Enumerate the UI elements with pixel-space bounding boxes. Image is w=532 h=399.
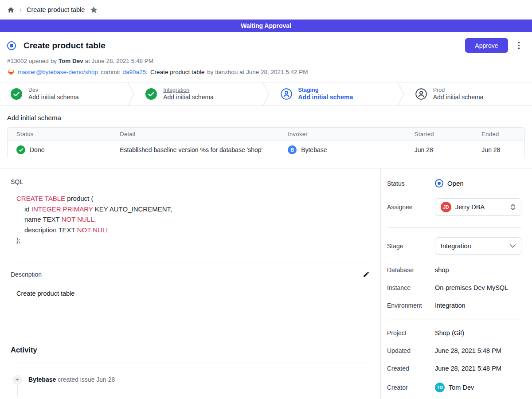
creator-value: Tom Dev [449,384,474,391]
activity-date: Jun 28 [96,376,115,383]
divider [387,320,521,320]
home-icon[interactable] [7,6,15,14]
task-section-title: Add initial schema [7,114,525,121]
check-circle-icon [145,88,157,100]
stage-prod[interactable]: Prod Add initial schema [405,82,532,105]
database-value: shop [435,266,449,274]
project-value: Shop (Git) [435,329,464,336]
stage-task-label: Add initial schema [433,94,484,101]
commit-message: Create product table [150,69,204,75]
project-label: Project [387,329,435,336]
creator-label: Creator [387,384,435,391]
issue-open-status-icon [7,41,16,50]
stage-task-label: Add initial schema [28,94,79,101]
plus-icon: + [12,375,22,384]
updated-label: Updated [387,347,435,354]
edit-pencil-icon[interactable] [363,271,370,278]
stage-env-label: Prod [433,87,484,93]
assignee-select[interactable]: JD Jerry DBA [435,198,521,216]
issue-detail-panel: SQL CREATE TABLE product (id INTEGER PRI… [0,168,380,399]
sql-label: SQL [11,178,380,185]
stage-separator-icon [262,82,270,106]
issue-meta-line: #13002 opened by Tom Dev at June 28, 202… [7,58,521,64]
stage-value: Integration [441,243,506,250]
stage-staging[interactable]: Staging Add initial schema [270,82,397,105]
column-header-detail: Detail [111,128,279,141]
divider [11,363,370,363]
issue-sidebar: Status Open Assignee JD Jerry DBA Stage … [380,168,532,399]
person-circle-icon [415,88,427,100]
created-value: June 28, 2021 5:48 PM [435,365,501,372]
task-section: Add initial schema Status Detail Invoker… [0,106,532,168]
assignee-value: Jerry DBA [455,203,506,211]
stage-env-label: Integration [163,87,214,93]
assignee-label: Assignee [387,203,435,211]
column-header-started: Started [406,128,473,141]
description-label: Description [11,271,363,278]
stage-separator-icon [127,82,135,106]
issue-id: #13002 [7,58,27,64]
environment-value: Integration [435,302,466,309]
column-header-invoker: Invoker [279,128,406,141]
commit-hash-link[interactable]: da90a25 [123,69,146,75]
commit-byline: by tianzhou at June 28, 2021 5:42 PM [207,69,308,75]
column-header-status: Status [8,128,111,141]
avatar: JD [441,202,451,212]
activity-title: Activity [11,346,380,354]
task-detail: Established baseline version %s for data… [111,141,279,159]
task-status: Done [30,146,44,153]
status-open-icon [435,179,443,188]
breadcrumb-separator-icon: › [20,6,22,13]
pipeline-stages: Dev Add initial schema Integration Add i… [0,82,532,106]
activity-item: + Bytebase created issue Jun 28 [12,375,380,384]
environment-label: Environment [387,302,435,309]
commit-line: master@bytebase-demo/shop commit da90a25… [7,68,521,76]
activity-action: created issue [58,376,94,383]
stage-env-label: Dev [28,87,79,93]
waiting-approval-banner: Waiting Approval [0,20,532,32]
updown-chevron-icon [510,203,516,211]
more-options-icon[interactable] [516,40,522,51]
branch-repo-link[interactable]: master@bytebase-demo/shop [18,69,98,75]
column-header-ended: Ended [473,128,524,141]
status-value: Open [447,180,464,187]
favorite-star-icon[interactable] [90,6,98,14]
stage-label: Stage [387,243,435,250]
stage-select[interactable]: Integration [435,237,521,255]
issue-author: Tom Dev [59,58,83,64]
status-label: Status [387,180,435,187]
stage-task-label: Add initial schema [163,94,214,101]
gitlab-icon [7,68,15,76]
sql-code-block: CREATE TABLE product (id INTEGER PRIMARY… [16,193,380,246]
created-label: Created [387,365,435,372]
approve-button[interactable]: Approve [465,38,508,53]
avatar: B [288,145,297,154]
task-ended: Jun 28 [473,141,524,159]
instance-label: Instance [387,284,435,291]
table-row[interactable]: Done Established baseline version %s for… [8,141,524,159]
person-circle-icon [281,88,292,100]
divider [387,227,521,228]
issue-header: Create product table Approve #13002 open… [0,32,532,82]
stage-dev[interactable]: Dev Add initial schema [0,82,127,105]
instance-value: On-premises Dev MySQL [435,284,508,291]
updated-value: June 28, 2021 5:48 PM [435,347,501,354]
stage-integration[interactable]: Integration Add initial schema [135,82,262,105]
page-title: Create product table [23,41,106,51]
breadcrumb-page-title: Create product table [27,6,85,13]
task-table: Status Detail Invoker Started Ended Done… [7,127,525,159]
activity-actor: Bytebase [28,376,56,383]
task-started: Jun 28 [406,141,473,159]
task-invoker: Bytebase [301,146,327,153]
description-text: Create product table [16,290,380,297]
check-circle-icon [11,88,22,100]
database-label: Database [387,266,435,274]
check-circle-icon [16,145,25,154]
stage-env-label: Staging [298,87,353,93]
breadcrumb: › Create product table [0,0,532,20]
avatar: TD [435,383,445,392]
chevron-down-icon [510,244,516,248]
stage-separator-icon [397,82,405,106]
timeline-connector [17,384,18,396]
stage-task-label: Add initial schema [298,94,353,101]
